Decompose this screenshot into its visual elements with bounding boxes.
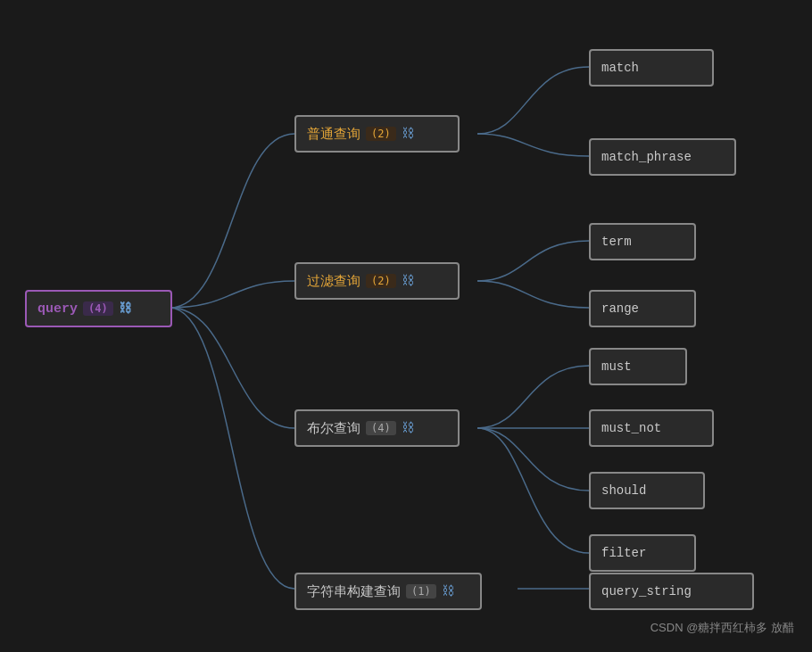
leaf-must: must	[589, 348, 687, 385]
root-node: query (4) ⛓	[25, 290, 172, 327]
cat3-label: 布尔查询	[307, 420, 360, 437]
root-label: query	[37, 301, 78, 317]
cat-filter-query: 过滤查询 (2) ⛓	[294, 262, 460, 300]
cat3-badge: (4)	[366, 421, 396, 435]
leaf-match-phrase-label: match_phrase	[601, 150, 692, 164]
cat1-label: 普通查询	[307, 126, 360, 143]
leaf-term-label: term	[601, 235, 632, 249]
cat2-label: 过滤查询	[307, 273, 360, 290]
leaf-must-not-label: must_not	[601, 421, 661, 435]
cat-normal-query: 普通查询 (2) ⛓	[294, 115, 460, 153]
leaf-match-phrase: match_phrase	[589, 138, 736, 176]
leaf-term: term	[589, 223, 696, 260]
leaf-range: range	[589, 290, 696, 327]
leaf-should: should	[589, 472, 705, 509]
cat4-badge: (1)	[406, 584, 436, 598]
cat4-link-icon[interactable]: ⛓	[442, 584, 454, 598]
leaf-query-string-label: query_string	[601, 584, 692, 598]
cat2-badge: (2)	[366, 274, 396, 288]
leaf-query-string: query_string	[589, 573, 754, 610]
leaf-must-label: must	[601, 359, 632, 374]
watermark: CSDN @糖拌西红柿多 放醋	[650, 620, 794, 636]
leaf-range-label: range	[601, 301, 639, 316]
cat4-label: 字符串构建查询	[307, 583, 401, 600]
root-badge: (4)	[83, 301, 113, 316]
root-link-icon[interactable]: ⛓	[119, 301, 131, 316]
cat-string-query: 字符串构建查询 (1) ⛓	[294, 573, 482, 610]
leaf-must-not: must_not	[589, 409, 714, 447]
leaf-should-label: should	[601, 483, 646, 498]
cat2-link-icon[interactable]: ⛓	[402, 274, 414, 288]
leaf-filter: filter	[589, 534, 696, 572]
cat1-badge: (2)	[366, 127, 396, 141]
cat1-link-icon[interactable]: ⛓	[402, 127, 414, 141]
leaf-match-label: match	[601, 61, 639, 75]
leaf-match: match	[589, 49, 714, 87]
canvas: query (4) ⛓ 普通查询 (2) ⛓ 过滤查询 (2) ⛓ 布尔查询 (…	[0, 0, 812, 652]
leaf-filter-label: filter	[601, 546, 646, 560]
cat-bool-query: 布尔查询 (4) ⛓	[294, 409, 460, 447]
cat3-link-icon[interactable]: ⛓	[402, 421, 414, 435]
